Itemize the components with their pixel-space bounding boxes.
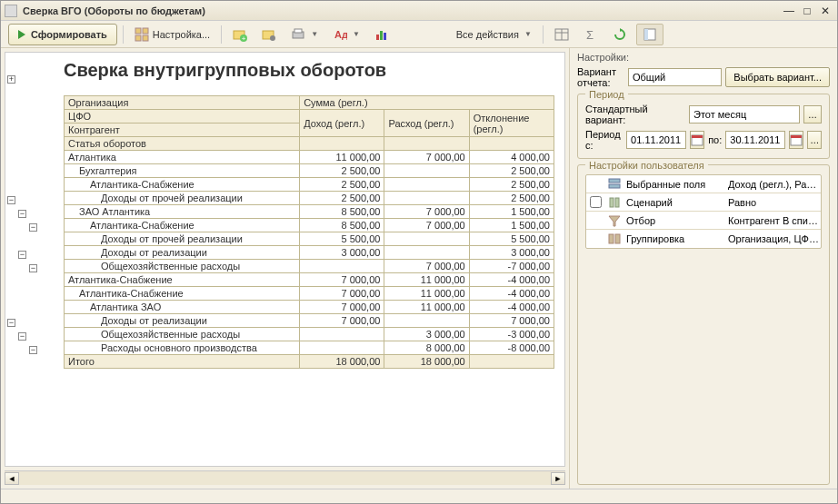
date-to-field[interactable]: 30.11.2011 [725,131,785,149]
period-more[interactable]: … [807,131,822,149]
total-dev [469,355,554,369]
tb-btn-1[interactable]: + [227,24,253,45]
std-variant-field[interactable]: Этот месяц [689,105,800,124]
period-legend: Период [585,89,628,100]
total-label: Итого [65,355,300,369]
choose-variant-button[interactable]: Выбрать вариант... [725,67,830,87]
svg-text:Aд: Aд [334,29,347,40]
maximize-button[interactable]: □ [799,4,815,18]
folder-gear-icon [262,27,276,42]
all-actions-button[interactable]: Все действия ▼ [451,24,537,45]
table-row[interactable]: Атлантика-Снабжение2 500,002 500,00 [65,178,554,192]
svg-text:+: + [242,35,246,42]
settings-row[interactable]: Сценарий Равно [586,193,821,212]
svg-text:Σ: Σ [586,28,594,42]
variant-field[interactable]: Общий [628,68,722,86]
play-icon [18,30,25,39]
refresh-icon [613,27,627,42]
table-row[interactable]: Расходы основного производства8 000,00-8… [65,341,554,355]
variant-label: Вариант отчета: [577,66,624,88]
scroll-track[interactable] [19,472,551,485]
window-title: Сверка ВГО (Обороты по бюджетам) [23,5,781,16]
table-icon [554,27,569,42]
sum-icon: Σ [584,27,598,42]
table-row[interactable]: Общехозяйственные расходы3 000,00-3 000,… [65,328,554,341]
grid-icon [135,27,149,42]
period-fieldset: Период Стандартный вариант: Этот месяц …… [577,94,830,159]
tree-collapse[interactable]: − [7,319,15,327]
hdr-cfo: ЦФО [65,110,300,124]
hdr-org: Организация [65,96,300,110]
scroll-left[interactable]: ◄ [5,472,19,485]
table-row[interactable]: Атлантика-Снабжение7 000,0011 000,00-4 0… [65,287,554,301]
settings-row[interactable]: Отбор Контрагент В списке... [586,212,821,230]
settings-button[interactable]: Настройка... [129,24,215,45]
date-to-cal[interactable] [789,131,803,149]
tb-view-2[interactable]: Σ [578,24,604,45]
table-row[interactable]: Атлантика11 000,007 000,004 000,00 [65,151,554,164]
table-row[interactable]: Доходы от реализации3 000,003 000,00 [65,246,554,260]
tree-collapse[interactable]: − [18,332,26,341]
panel-icon [643,27,657,42]
scroll-right[interactable]: ► [551,472,565,485]
table-row[interactable]: Атлантика ЗАО7 000,0011 000,00-4 000,00 [65,301,554,314]
tb-view-3[interactable] [607,24,633,45]
svg-rect-24 [791,135,802,138]
svg-rect-14 [384,33,386,40]
generate-button[interactable]: Сформировать [8,24,117,45]
table-row[interactable]: Доходы от прочей реализации5 500,005 500… [65,232,554,246]
scenario-checkbox[interactable] [590,196,602,208]
std-variant-more[interactable]: … [803,105,822,124]
tb-btn-2[interactable] [256,24,282,45]
table-row[interactable]: Бухгалтерия2 500,002 500,00 [65,164,554,178]
svg-rect-22 [692,135,703,138]
table-row[interactable]: ЗАО Атлантика8 500,007 000,001 500,00 [65,205,554,219]
user-settings-legend: Настройки пользователя [585,160,708,171]
period-to-label: по: [708,134,722,145]
scrollbar-h[interactable]: ◄ ► [5,470,565,485]
folder-plus-icon: + [233,27,247,42]
settings-row[interactable]: Группировка Организация, ЦФО, К... [586,230,821,248]
tree-collapse[interactable]: − [7,196,15,204]
settings-row[interactable]: Выбранные поля Доход (регл.), Расход... [586,175,821,193]
scenario-icon [604,196,624,209]
tb-btn-3[interactable]: ▼ [285,24,324,45]
tree-collapse[interactable]: − [29,223,37,232]
tb-view-4[interactable] [636,24,663,45]
report-area[interactable]: + − − − − − − − − Сверка внутри [5,52,565,467]
hdr-sum: Сумма (регл.) [300,96,554,110]
tree-expand[interactable]: + [7,75,15,84]
titlebar: Сверка ВГО (Обороты по бюджетам) — □ ✕ [1,1,837,21]
tree-collapse[interactable]: − [18,210,26,218]
svg-rect-0 [135,28,141,34]
generate-label: Сформировать [31,29,107,40]
print-icon [291,27,305,42]
table-row[interactable]: Доходы от реализации7 000,007 000,00 [65,314,554,328]
hdr-income: Доход (регл.) [300,110,384,137]
tree-collapse[interactable]: − [29,346,37,354]
tb-view-1[interactable] [549,24,574,45]
report-pane: + − − − − − − − − Сверка внутри [1,48,570,489]
close-button[interactable]: ✕ [817,4,833,18]
report-table: ОрганизацияСумма (регл.) Доход (регл.)Ра… [64,95,554,369]
svg-rect-2 [135,35,141,41]
tb-btn-4[interactable]: Aд▼ [327,24,365,45]
minimize-button[interactable]: — [781,4,797,18]
table-row[interactable]: Общехозяйственные расходы7 000,00-7 000,… [65,260,554,273]
tree-collapse[interactable]: − [29,264,37,272]
all-actions-label: Все действия [456,29,519,40]
total-expense: 18 000,00 [384,355,469,369]
report-title: Сверка внутригрупповых оборотов [64,60,561,81]
date-from-cal[interactable] [690,131,704,149]
table-row[interactable]: Доходы от прочей реализации2 500,002 500… [65,192,554,205]
table-row[interactable]: Атлантика-Снабжение8 500,007 000,001 500… [65,219,554,232]
total-income: 18 000,00 [300,355,384,369]
std-variant-label: Стандартный вариант: [585,104,685,125]
tb-btn-5[interactable] [369,24,394,45]
table-row[interactable]: Атлантика-Снабжение7 000,0011 000,00-4 0… [65,273,554,287]
svg-rect-10 [294,29,302,33]
date-from-field[interactable]: 01.11.2011 [626,131,686,149]
svg-rect-26 [609,184,620,188]
tree-collapse[interactable]: − [18,251,26,259]
svg-rect-1 [143,28,148,34]
